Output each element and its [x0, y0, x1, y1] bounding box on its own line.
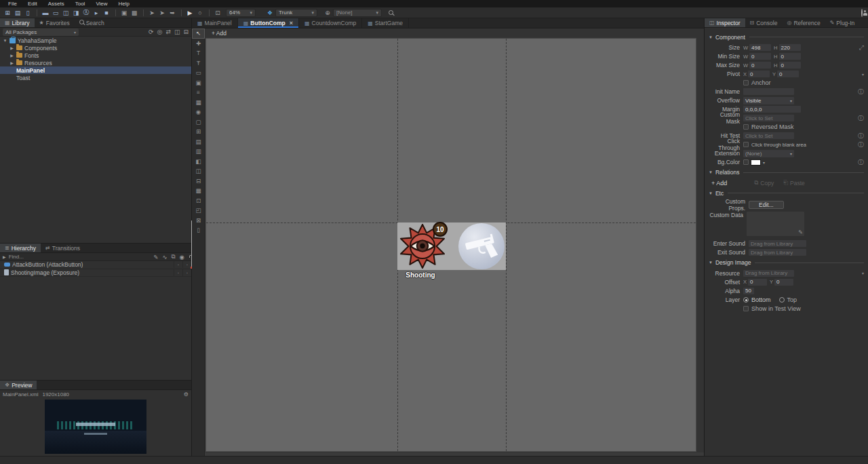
- tool-button[interactable]: ▤: [192, 137, 205, 147]
- tab-transitions[interactable]: ⇄ Transitions: [41, 244, 85, 252]
- click-through-checkbox[interactable]: [743, 142, 749, 147]
- menu-assets[interactable]: Assets: [43, 1, 70, 7]
- chevron-down-icon[interactable]: ▾: [763, 160, 765, 165]
- show-in-test-view-checkbox[interactable]: [743, 306, 749, 311]
- text-widget-icon[interactable]: Ⓐ: [81, 9, 91, 17]
- expand-size-icon[interactable]: ⤢: [859, 44, 864, 52]
- expand-icon[interactable]: ▶: [9, 45, 14, 50]
- close-icon[interactable]: ×: [290, 20, 293, 26]
- component-widget-icon[interactable]: ■: [102, 9, 111, 17]
- swap-icon[interactable]: ⇄: [165, 28, 171, 35]
- new-package-icon[interactable]: ⊞: [3, 9, 12, 17]
- margin-input[interactable]: 0,0,0,0: [743, 106, 801, 113]
- tab-mainpanel[interactable]: ▦ MainPanel: [192, 18, 238, 28]
- tool-swf[interactable]: ▯: [192, 225, 205, 235]
- menu-help[interactable]: Help: [113, 1, 135, 7]
- shooting-image-button[interactable]: [458, 223, 505, 269]
- all-packages-dropdown[interactable]: All Packages ▾: [3, 28, 79, 36]
- tab-preview[interactable]: ❖ Preview: [0, 381, 37, 389]
- custom-data-textarea[interactable]: ✎: [747, 212, 804, 236]
- section-design-image[interactable]: ▼ Design Image: [707, 258, 864, 267]
- edit-icon[interactable]: ✎: [153, 254, 158, 260]
- edit-custom-props-button[interactable]: Edit...: [749, 201, 784, 209]
- tool-cursor[interactable]: ↖: [192, 28, 205, 39]
- expand-icon[interactable]: ▶: [9, 53, 14, 58]
- copy-icon[interactable]: ⧉: [172, 253, 176, 260]
- chevron-down-icon[interactable]: ▾: [862, 271, 864, 275]
- custom-mask-field[interactable]: Click to Set: [743, 115, 794, 121]
- tool-image[interactable]: ▣: [192, 78, 205, 88]
- expand-icon[interactable]: ▶: [9, 60, 14, 65]
- tool-text[interactable]: T: [192, 48, 205, 58]
- section-relations[interactable]: ▼ Relations: [707, 168, 864, 177]
- lock-toggle[interactable]: ·: [182, 261, 191, 268]
- info-icon[interactable]: ⓘ: [858, 158, 864, 167]
- hierarchy-row-attackbutton[interactable]: AttackButton (AttackButton) · ·: [0, 261, 191, 269]
- tool-loader[interactable]: ◉: [192, 107, 205, 117]
- add-button[interactable]: + Add: [212, 30, 226, 37]
- branch-dropdown[interactable]: Trunk ▾: [275, 9, 317, 17]
- extension-dropdown[interactable]: (None) ▾: [743, 150, 794, 157]
- info-icon[interactable]: ⓘ: [858, 140, 864, 149]
- play-icon[interactable]: ▶: [185, 9, 195, 17]
- tool-list[interactable]: ≡: [192, 88, 205, 98]
- hit-test-field[interactable]: Click to Set: [743, 132, 794, 139]
- tool-hand[interactable]: ✚: [192, 39, 205, 49]
- curve-icon[interactable]: ∿: [162, 254, 167, 260]
- layer-bottom-radio[interactable]: [743, 297, 749, 303]
- tab-console[interactable]: ⊟ Console: [745, 18, 783, 27]
- monitor-icon[interactable]: ⊡: [213, 9, 222, 17]
- tree-item-mainpanel[interactable]: MainPanel: [0, 66, 191, 74]
- tab-reference[interactable]: ◎ Reference: [782, 18, 825, 27]
- save-all-icon[interactable]: ▩: [130, 9, 139, 17]
- attack-button-eye-icon[interactable]: 10: [400, 224, 445, 269]
- tree-item-package[interactable]: ▼ YahahaSample: [0, 37, 191, 44]
- tab-favorites[interactable]: ★ Favorites: [35, 18, 75, 27]
- tab-hierarchy[interactable]: ≣ Hierarchy: [0, 244, 41, 252]
- tab-inspector[interactable]: ◫ Inspector: [705, 18, 745, 27]
- new-component-icon[interactable]: ▤: [13, 9, 22, 17]
- tree-item-components[interactable]: ▶ Components: [0, 44, 191, 52]
- info-icon[interactable]: ⓘ: [858, 114, 864, 123]
- tool-group[interactable]: ▢: [192, 117, 205, 128]
- section-component[interactable]: ▼ Component: [707, 33, 864, 41]
- menu-view[interactable]: View: [90, 1, 113, 7]
- collapse-icon[interactable]: ▼: [3, 39, 7, 43]
- image-widget-icon[interactable]: ▬: [41, 9, 50, 17]
- slider-widget-icon[interactable]: ◨: [71, 9, 81, 17]
- loop-icon[interactable]: ○: [195, 9, 205, 17]
- pivot-y-input[interactable]: 0: [777, 71, 799, 77]
- visibility-icon[interactable]: ◉: [180, 254, 184, 260]
- tab-startgame[interactable]: ▦ StartGame: [362, 18, 409, 28]
- init-name-input[interactable]: [743, 88, 794, 95]
- enter-sound-field[interactable]: Drag from Library: [749, 240, 806, 247]
- min-width-input[interactable]: 0: [749, 53, 771, 60]
- tool-rect[interactable]: ◰: [192, 206, 205, 216]
- visibility-toggle[interactable]: ·: [174, 269, 182, 276]
- columns-icon[interactable]: ◫: [174, 28, 180, 35]
- button-widget-icon[interactable]: ◫: [61, 9, 71, 17]
- tab-buttoncomp[interactable]: ▦ ButtonComp ×: [238, 18, 299, 28]
- max-width-input[interactable]: 0: [749, 62, 771, 69]
- tab-plugin[interactable]: ✎ Plug-In: [825, 18, 860, 27]
- min-height-input[interactable]: 0: [779, 53, 801, 60]
- anchor-checkbox[interactable]: [743, 80, 749, 85]
- menu-file[interactable]: File: [3, 1, 22, 7]
- publish-icon[interactable]: ➤: [147, 9, 157, 17]
- graph-widget-icon[interactable]: ▭: [51, 9, 60, 17]
- alpha-input[interactable]: 50: [743, 288, 754, 294]
- max-height-input[interactable]: 0: [779, 62, 801, 69]
- tool-scrollbar[interactable]: ⊟: [192, 176, 205, 187]
- tree-item-resources[interactable]: ▶ Resources: [0, 59, 191, 66]
- size-width-input[interactable]: 498: [749, 44, 771, 51]
- tool-dragarea[interactable]: ⊡: [192, 196, 205, 206]
- tab-search[interactable]: Search: [75, 18, 109, 27]
- tree-item-fonts[interactable]: ▶ Fonts: [0, 52, 191, 59]
- tool-tree[interactable]: ⊞: [192, 127, 205, 137]
- bg-color-swatch[interactable]: [751, 159, 761, 166]
- copy-relations-button[interactable]: ⧉ Copy: [754, 179, 774, 187]
- search-icon[interactable]: [389, 9, 393, 16]
- menu-tool[interactable]: Tool: [70, 1, 91, 7]
- tool-slider[interactable]: ◫: [192, 166, 205, 176]
- tab-library[interactable]: ▦ Library: [0, 18, 35, 27]
